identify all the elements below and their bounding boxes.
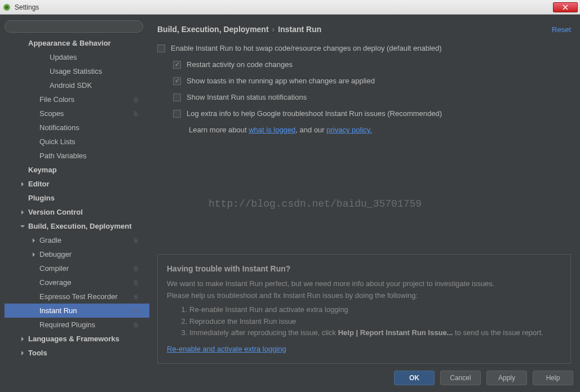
tree-item[interactable]: Quick Lists [5,135,149,149]
scope-badge-icon: ⎘ [134,322,138,328]
tree-arrow-icon [32,294,37,300]
checkbox-show-toasts[interactable] [173,77,181,85]
option-label: Show Instant Run status notifications [187,93,307,101]
window-title: Settings [15,3,553,11]
tree-arrow-icon [20,41,26,46]
tree-item[interactable]: Keymap [5,163,149,177]
help-button[interactable]: Help [533,371,573,385]
tree-item[interactable]: Required Plugins⎘ [5,318,149,332]
tree-arrow-icon [20,181,26,187]
trouble-step: Reproduce the Instant Run issue [189,316,561,328]
trouble-step: Immediately after reproducing the issue,… [189,327,561,339]
breadcrumb-part: Build, Execution, Deployment [157,25,269,34]
tree-arrow-icon [20,195,26,201]
search-input[interactable] [5,20,143,33]
tree-arrow-icon [20,210,26,215]
tree-item[interactable]: Build, Execution, Deployment [5,219,149,233]
trouble-text: Please help us troubleshoot and fix Inst… [167,290,561,302]
main-panel: Build, Execution, Deployment › Instant R… [149,19,575,364]
tree-label: Espresso Test Recorder [39,292,134,301]
tree-label: Quick Lists [39,137,149,146]
learn-more-text: Learn more about what is logged, and our… [189,126,571,134]
ok-button[interactable]: OK [394,371,435,385]
breadcrumb-part: Instant Run [278,25,321,34]
tree-item[interactable]: Debugger [5,247,149,261]
tree-label: Updates [50,53,149,61]
option-label: Restart activity on code changes [187,60,293,69]
text: Learn more about [189,126,249,134]
trouble-text: We want to make Instant Run perfect, but… [167,278,561,290]
tree-item[interactable]: Espresso Test Recorder⎘ [5,289,149,304]
tree-arrow-icon [42,69,47,74]
tree-arrow-icon [32,252,37,257]
tree-item[interactable]: Android SDK [5,78,149,92]
tree-label: Gradle [39,236,134,244]
tree-label: Notifications [39,123,149,132]
link-privacy-policy[interactable]: privacy policy. [326,126,372,134]
tree-label: Required Plugins [39,320,134,329]
sidebar: Appearance & BehaviorUpdatesUsage Statis… [5,19,149,364]
tree-label: Coverage [39,278,134,287]
text: Immediately after reproducing the issue,… [189,328,338,337]
tree-label: Instant Run [39,306,134,315]
tree-item[interactable]: File Colors⎘ [5,92,149,106]
tree-item[interactable]: Path Variables [5,149,149,163]
tree-label: Version Control [28,208,149,216]
close-button[interactable] [553,2,578,12]
tree-item[interactable]: Gradle⎘ [5,233,149,247]
scope-badge-icon: ⎘ [134,110,138,117]
app-icon [2,3,11,12]
tree-item[interactable]: Compiler⎘ [5,261,149,275]
tree-arrow-icon [20,336,26,342]
tree-item[interactable]: Tools [5,346,149,360]
tree-label: Build, Execution, Deployment [28,222,149,230]
close-icon [563,5,568,10]
checkbox-enable-instant-run[interactable] [157,44,165,52]
tree-item[interactable]: Scopes⎘ [5,106,149,121]
tree-arrow-icon [32,266,37,271]
tree-item[interactable]: Languages & Frameworks [5,332,149,346]
tree-arrow-icon [42,83,47,88]
checkbox-restart-activity[interactable] [173,61,181,69]
tree-label: Plugins [28,194,149,202]
options-area: Enable Instant Run to hot swap code/reso… [157,37,571,134]
tree-item[interactable]: Editor [5,177,149,191]
tree-arrow-icon [32,238,37,243]
tree-arrow-icon [32,308,37,314]
tree-item[interactable]: Updates [5,50,149,64]
text: to send us the issue report. [453,328,543,337]
tree-item[interactable]: Coverage⎘ [5,275,149,289]
checkbox-status-notifications[interactable] [173,93,181,101]
tree-item[interactable]: Notifications [5,121,149,135]
tree-item[interactable]: Plugins [5,191,149,205]
tree-arrow-icon [32,111,37,117]
tree-arrow-icon [42,55,47,60]
titlebar: Settings [0,0,580,15]
link-reenable-logging[interactable]: Re-enable and activate extra logging [167,345,286,353]
cancel-button[interactable]: Cancel [440,371,481,385]
tree-item[interactable]: Usage Statistics [5,64,149,78]
link-what-is-logged[interactable]: what is logged [249,126,295,134]
tree-item[interactable]: Appearance & Behavior [5,36,149,50]
tree-item[interactable]: Version Control [5,205,149,219]
apply-button[interactable]: Apply [486,371,527,385]
tree-label: Scopes [39,109,134,118]
tree-label: Usage Statistics [50,67,149,75]
tree-label: Compiler [39,264,134,273]
tree-label: File Colors [39,95,134,104]
tree-arrow-icon [20,224,26,229]
tree-arrow-icon [32,280,37,286]
checkbox-log-extra[interactable] [173,110,181,118]
scope-badge-icon: ⎘ [134,265,138,272]
tree-label: Editor [28,180,149,188]
trouble-step: Re-enable Instant Run and activate extra… [189,304,561,316]
tree-item[interactable]: Instant Run⎘ [5,304,149,318]
option-label: Log extra info to help Google troublesho… [187,109,442,118]
scope-badge-icon: ⎘ [134,279,138,286]
scope-badge-icon: ⎘ [134,96,138,103]
tree-label: Android SDK [50,81,149,90]
tree-arrow-icon [32,322,37,328]
reset-link[interactable]: Reset [552,25,571,34]
tree-label: Tools [28,349,149,357]
menu-path: Help | Report Instant Run Issue... [338,328,453,337]
